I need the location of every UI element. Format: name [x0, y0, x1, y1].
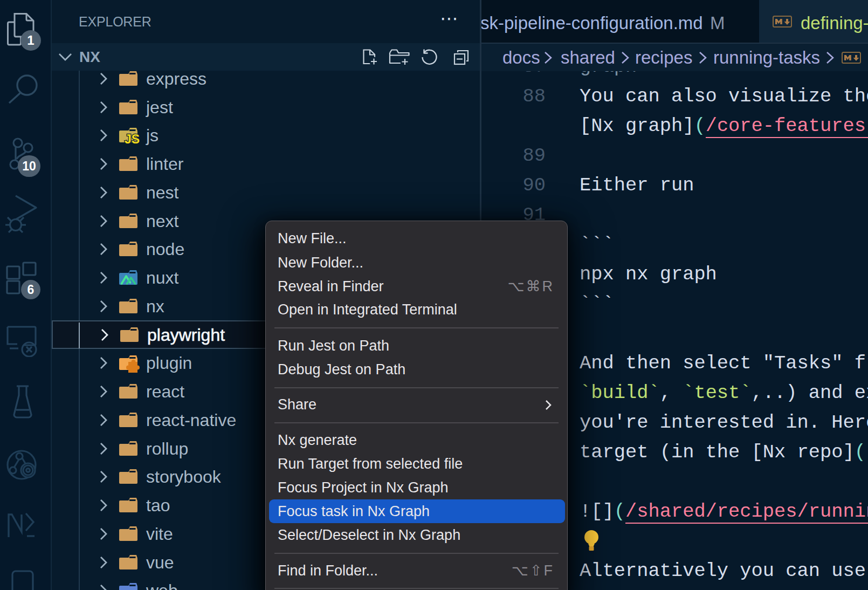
svg-text:JS: JS — [125, 132, 140, 146]
